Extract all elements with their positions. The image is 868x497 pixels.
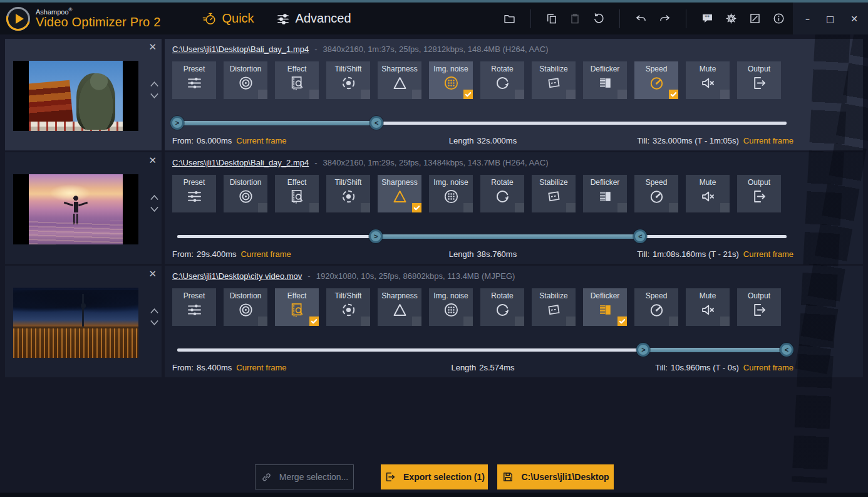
tool-checkbox[interactable]: [258, 203, 267, 212]
redo-button[interactable]: [658, 12, 671, 25]
tool-img-noise-button[interactable]: Img. noise: [429, 288, 473, 326]
video-thumbnail[interactable]: [13, 61, 138, 131]
video-thumbnail[interactable]: [13, 174, 138, 244]
tool-img-noise-button[interactable]: Img. noise: [429, 175, 473, 212]
video-thumbnail[interactable]: [13, 288, 138, 358]
tool-checkbox[interactable]: [361, 203, 370, 212]
move-up-button[interactable]: [149, 194, 160, 201]
output-path-button[interactable]: C:\Users\jli1\Desktop: [497, 464, 614, 489]
tool-rotate-button[interactable]: Rotate: [480, 61, 524, 99]
reset-button[interactable]: [592, 12, 605, 25]
remove-video-button[interactable]: ✕: [148, 155, 157, 166]
tool-output-button[interactable]: Output: [737, 61, 781, 99]
tool-checkbox[interactable]: [566, 90, 576, 99]
merge-selection-button[interactable]: Merge selection...: [255, 464, 354, 489]
till-current-frame-link[interactable]: Current frame: [743, 249, 793, 259]
trim-start-handle[interactable]: >: [369, 229, 383, 243]
till-current-frame-link[interactable]: Current frame: [743, 136, 793, 145]
tool-checkbox[interactable]: [361, 90, 370, 99]
from-current-frame-link[interactable]: Current frame: [236, 136, 286, 145]
tool-checkbox[interactable]: [309, 203, 319, 212]
tool-checkbox-checked[interactable]: [412, 203, 421, 212]
maximize-button[interactable]: □: [826, 14, 834, 24]
move-down-button[interactable]: [149, 92, 160, 100]
tool-effect-button[interactable]: Effect: [275, 175, 319, 212]
undo-button[interactable]: [634, 12, 648, 25]
till-current-frame-link[interactable]: Current frame: [743, 363, 793, 372]
move-up-button[interactable]: [149, 307, 160, 315]
tool-checkbox[interactable]: [258, 317, 267, 326]
tool-checkbox[interactable]: [720, 90, 730, 99]
minimize-button[interactable]: –: [805, 14, 810, 24]
tool-checkbox[interactable]: [258, 90, 267, 99]
tool-checkbox[interactable]: [720, 203, 730, 212]
tool-mute-button[interactable]: Mute: [686, 288, 730, 326]
trim-end-handle[interactable]: <: [369, 116, 383, 130]
tool-checkbox[interactable]: [566, 317, 576, 326]
tool-checkbox[interactable]: [617, 90, 627, 99]
tool-checkbox[interactable]: [463, 203, 473, 212]
tool-checkbox[interactable]: [361, 317, 370, 326]
copy-button[interactable]: [545, 13, 558, 25]
tool-deflicker-button[interactable]: Deflicker: [583, 288, 627, 326]
tool-effect-button[interactable]: Effect: [275, 61, 319, 99]
tool-checkbox[interactable]: [515, 317, 524, 326]
tool-distortion-button[interactable]: Distortion: [224, 288, 267, 326]
about-button[interactable]: [772, 12, 785, 25]
trim-start-handle[interactable]: >: [636, 343, 650, 357]
tool-output-button[interactable]: Output: [737, 175, 781, 212]
tool-checkbox-checked[interactable]: [309, 317, 319, 326]
remove-video-button[interactable]: ✕: [148, 268, 157, 280]
tool-rotate-button[interactable]: Rotate: [480, 175, 524, 212]
move-down-button[interactable]: [149, 319, 160, 327]
video-path-link[interactable]: C:\Users\jli1\Desktop\city video.mov: [172, 271, 302, 281]
tool-mute-button[interactable]: Mute: [686, 175, 730, 212]
from-current-frame-link[interactable]: Current frame: [241, 249, 291, 259]
tool-checkbox[interactable]: [463, 317, 473, 326]
tool-stabilize-button[interactable]: Stabilize: [532, 175, 576, 212]
export-selection-button[interactable]: Export selection (1): [381, 464, 488, 489]
trim-start-handle[interactable]: >: [170, 116, 184, 130]
tool-speed-button[interactable]: Speed: [634, 288, 678, 326]
tool-checkbox[interactable]: [669, 317, 678, 326]
tool-tilt-shift-button[interactable]: Tilt/Shift: [326, 288, 370, 326]
tool-tilt-shift-button[interactable]: Tilt/Shift: [326, 175, 370, 212]
tool-checkbox[interactable]: [412, 90, 421, 99]
tool-stabilize-button[interactable]: Stabilize: [532, 288, 576, 326]
tool-checkbox[interactable]: [566, 203, 576, 212]
tool-checkbox[interactable]: [309, 90, 319, 99]
move-up-button[interactable]: [149, 80, 160, 88]
settings-button[interactable]: [725, 12, 738, 25]
tool-sharpness-button[interactable]: Sharpness: [378, 175, 421, 212]
trim-end-handle[interactable]: <: [780, 343, 793, 357]
tool-speed-button[interactable]: Speed: [634, 175, 678, 212]
tool-checkbox-checked[interactable]: [669, 90, 678, 99]
tool-sharpness-button[interactable]: Sharpness: [378, 61, 421, 99]
video-path-link[interactable]: C:\Users\jli1\Desktop\Bali_day_2.mp4: [172, 158, 309, 167]
from-current-frame-link[interactable]: Current frame: [236, 363, 286, 372]
video-path-link[interactable]: C:\Users\jli1\Desktop\Bali_day_1.mp4: [172, 44, 309, 54]
tool-speed-button[interactable]: Speed: [634, 61, 678, 99]
tool-checkbox[interactable]: [669, 203, 678, 212]
remove-video-button[interactable]: ✕: [148, 41, 157, 53]
tool-rotate-button[interactable]: Rotate: [480, 288, 524, 326]
tool-mute-button[interactable]: Mute: [686, 61, 730, 99]
tool-checkbox[interactable]: [412, 317, 421, 326]
tab-quick[interactable]: Quick: [202, 11, 254, 26]
tool-checkbox-checked[interactable]: [617, 317, 627, 326]
tool-preset-button[interactable]: Preset: [172, 61, 216, 99]
tool-checkbox[interactable]: [515, 203, 524, 212]
tool-tilt-shift-button[interactable]: Tilt/Shift: [326, 61, 370, 99]
tool-preset-button[interactable]: Preset: [172, 288, 216, 326]
tool-preset-button[interactable]: Preset: [172, 175, 216, 212]
tool-deflicker-button[interactable]: Deflicker: [583, 61, 627, 99]
tool-sharpness-button[interactable]: Sharpness: [378, 288, 421, 326]
rate-button[interactable]: [748, 12, 762, 25]
tool-checkbox-checked[interactable]: [463, 90, 473, 99]
tool-effect-button[interactable]: Effect: [275, 288, 319, 326]
feedback-button[interactable]: **: [701, 12, 714, 25]
tool-stabilize-button[interactable]: Stabilize: [532, 61, 576, 99]
close-button[interactable]: ✕: [850, 14, 858, 24]
tool-distortion-button[interactable]: Distortion: [224, 61, 267, 99]
tool-deflicker-button[interactable]: Deflicker: [583, 175, 627, 212]
